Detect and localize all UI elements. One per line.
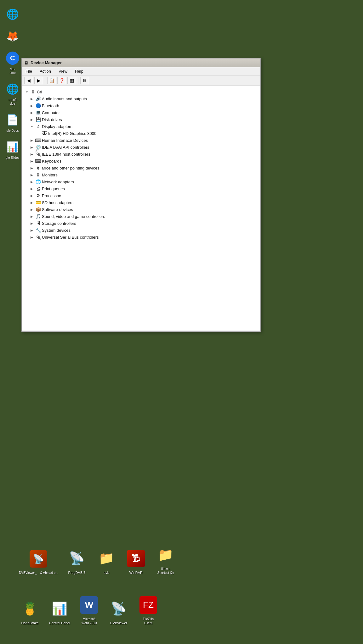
- system-toggle[interactable]: ▶: [29, 228, 34, 233]
- tree-item-disk[interactable]: ▶ 💾 Disk drives: [23, 116, 259, 123]
- menu-file[interactable]: File: [24, 68, 33, 74]
- tree-item-bluetooth[interactable]: ▶ 🔵 Bluetooth: [23, 102, 259, 109]
- tree-item-software[interactable]: ▶ 📦 Software devices: [23, 206, 259, 213]
- bluetooth-toggle[interactable]: ▶: [29, 103, 34, 108]
- toolbar-forward[interactable]: ▶: [34, 77, 43, 84]
- desktop-icon-dvbviewer-app[interactable]: 📡 DVBViewer_... & Ahmad u...: [19, 549, 58, 575]
- sd-icon: 💳: [35, 200, 41, 205]
- mice-label: Mice and other pointing devices: [42, 166, 99, 170]
- desktop-icon-dvbviewer2[interactable]: 📡 DVBviewer: [108, 599, 130, 625]
- desktop-icon-progdvb[interactable]: 📡 ProgDVB 7: [66, 548, 88, 575]
- tree-item-usb[interactable]: ▶ 🔌 Universal Serial Bus controllers: [23, 234, 259, 241]
- desktop-icon-handbrake[interactable]: 🍍 HandBrake: [19, 599, 41, 625]
- desktop-icon-control-panel[interactable]: 📊 Control Panel: [48, 599, 71, 625]
- menu-help[interactable]: Help: [74, 68, 85, 74]
- menu-action[interactable]: Action: [38, 68, 52, 74]
- processors-toggle[interactable]: ▶: [29, 193, 34, 198]
- edge-icon: 🌐: [5, 81, 20, 97]
- usb-label: Universal Serial Bus controllers: [42, 235, 99, 240]
- toolbar-properties[interactable]: 📋: [47, 77, 56, 84]
- desktop-icon-word[interactable]: W Microsoft Word 2010: [78, 595, 100, 625]
- toolbar-help[interactable]: ❓: [57, 77, 66, 84]
- contact-icon: C: [5, 50, 20, 66]
- audio-toggle[interactable]: ▶: [29, 96, 34, 101]
- menu-view[interactable]: View: [57, 68, 69, 74]
- bottom-icons-row2: 🍍 HandBrake 📊 Control Panel W Microsoft …: [19, 595, 159, 625]
- sd-label: SD host adapters: [42, 200, 73, 205]
- tree-item-storage[interactable]: ▶ 🗄 Storage controllers: [23, 220, 259, 227]
- system-icon: 🔧: [35, 227, 41, 233]
- print-label: Print queues: [42, 186, 65, 191]
- desktop-icon-dvb-folder[interactable]: 📁 dvb: [95, 548, 117, 575]
- desktop-icon-firefox[interactable]: 🦊: [2, 28, 24, 44]
- root-toggle[interactable]: ▾: [24, 89, 29, 94]
- device-tree: ▾ 🖥 Cri ▶ 🔊 Audio inputs and outputs ▶ 🔵…: [22, 86, 260, 330]
- tree-item-sound[interactable]: ▶ 🎵 Sound, video and game controllers: [23, 213, 259, 220]
- software-toggle[interactable]: ▶: [29, 207, 34, 212]
- tree-item-system[interactable]: ▶ 🔧 System devices: [23, 227, 259, 234]
- firefox-icon: 🦊: [5, 28, 20, 44]
- audio-label: Audio inputs and outputs: [42, 97, 87, 101]
- tree-item-keyboard[interactable]: ▶ ⌨ Keyboards: [23, 158, 259, 164]
- ieee-toggle[interactable]: ▶: [29, 152, 34, 157]
- desktop-icon-edge[interactable]: 🌐 rosoftdge: [2, 81, 24, 106]
- computer-toggle[interactable]: ▶: [29, 110, 34, 115]
- monitors-icon: 🖥: [35, 172, 41, 178]
- tree-item-ieee[interactable]: ▶ 🔌 IEEE 1394 host controllers: [23, 151, 259, 158]
- desktop-icon-filme[interactable]: 📁 filme - Shortcut (2): [155, 545, 177, 575]
- network-label: Network adapters: [42, 180, 74, 184]
- sd-toggle[interactable]: ▶: [29, 200, 34, 205]
- toolbar-back[interactable]: ◀: [24, 77, 33, 84]
- dvbviewer2-icon: 📡: [109, 599, 129, 619]
- word-label: Microsoft Word 2010: [82, 617, 97, 625]
- display-toggle[interactable]: ▾: [29, 124, 34, 129]
- tree-item-computer[interactable]: ▶ 💻 Computer: [23, 109, 259, 116]
- desktop-icon-contact[interactable]: C du -ome: [2, 50, 24, 75]
- tree-item-ide[interactable]: ▶ 💿 IDE ATA/ATAPI controllers: [23, 144, 259, 151]
- toolbar-view[interactable]: ▦: [67, 77, 76, 84]
- winrar-icon: 🗜: [126, 548, 146, 569]
- hid-label: Human Interface Devices: [42, 138, 88, 143]
- tree-item-print[interactable]: ▶ 🖨 Print queues: [23, 185, 259, 192]
- tree-item-display[interactable]: ▾ 🖥 Display adapters: [23, 123, 259, 130]
- ide-toggle[interactable]: ▶: [29, 145, 34, 150]
- desktop-icon-docs[interactable]: 📄 gle Docs: [2, 112, 24, 133]
- monitors-toggle[interactable]: ▶: [29, 172, 34, 177]
- tree-item-network[interactable]: ▶ 🌐 Network adapters: [23, 178, 259, 185]
- tree-item-mice[interactable]: ▶ 🖱 Mice and other pointing devices: [23, 164, 259, 171]
- usb-toggle[interactable]: ▶: [29, 235, 34, 240]
- desktop-icon-filezilla[interactable]: FZ FileZilla Client: [137, 595, 159, 625]
- graphics-icon: 🖼: [42, 130, 47, 136]
- toolbar-monitor[interactable]: 🖥: [80, 77, 89, 84]
- hid-toggle[interactable]: ▶: [29, 138, 34, 143]
- tree-item-audio[interactable]: ▶ 🔊 Audio inputs and outputs: [23, 95, 259, 102]
- tree-item-sd[interactable]: ▶ 💳 SD host adapters: [23, 199, 259, 206]
- docs-label: gle Docs: [7, 129, 19, 133]
- sound-icon: 🎵: [35, 214, 41, 219]
- tree-item-processors[interactable]: ▶ ⚙ Processors: [23, 192, 259, 199]
- desktop-icon-chrome[interactable]: 🌐: [2, 6, 24, 22]
- print-toggle[interactable]: ▶: [29, 186, 34, 191]
- keyboard-toggle[interactable]: ▶: [29, 158, 34, 164]
- disk-label: Disk drives: [42, 117, 62, 122]
- tree-item-monitors[interactable]: ▶ 🖥 Monitors: [23, 171, 259, 178]
- storage-toggle[interactable]: ▶: [29, 221, 34, 226]
- disk-toggle[interactable]: ▶: [29, 117, 34, 122]
- sound-toggle[interactable]: ▶: [29, 214, 34, 219]
- progdvb-icon: 📡: [67, 548, 87, 569]
- desktop-icon-winrar[interactable]: 🗜 WinRAR: [125, 548, 147, 575]
- mice-toggle[interactable]: ▶: [29, 165, 34, 170]
- tree-root[interactable]: ▾ 🖥 Cri: [23, 88, 259, 95]
- network-toggle[interactable]: ▶: [29, 179, 34, 184]
- handbrake-icon: 🍍: [20, 599, 40, 619]
- print-icon: 🖨: [35, 186, 41, 192]
- root-icon: 🖥: [30, 89, 36, 95]
- desktop: 🌐 🦊 C du -ome 🌐 rosoftdge 📄 gle Docs 📊 g…: [0, 0, 363, 644]
- tree-item-graphics[interactable]: ▶ 🖼 Intel(R) HD Graphics 3000: [23, 130, 259, 137]
- processors-icon: ⚙: [35, 193, 41, 198]
- display-icon: 🖥: [35, 124, 41, 129]
- device-manager-title-icon: 🖥: [24, 60, 29, 65]
- keyboard-icon: ⌨: [35, 158, 41, 164]
- tree-item-hid[interactable]: ▶ ⌨ Human Interface Devices: [23, 137, 259, 144]
- desktop-icon-sheets[interactable]: 📊 gle Slides: [2, 139, 24, 160]
